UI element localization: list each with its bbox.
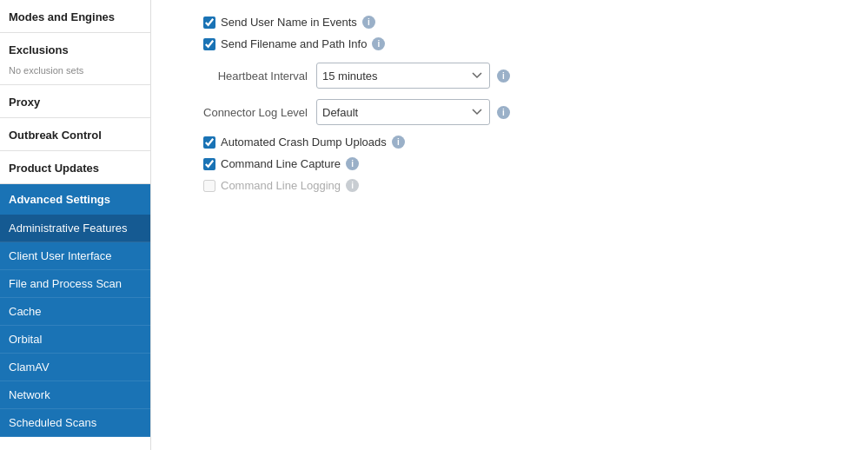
command-line-capture-info-icon[interactable]: i <box>346 157 359 170</box>
send-username-info-icon[interactable]: i <box>362 16 375 29</box>
sidebar-item-file-process-scan[interactable]: File and Process Scan <box>0 270 150 298</box>
sidebar-item-exclusions[interactable]: Exclusions <box>0 33 150 65</box>
sidebar-exclusions-subtitle: No exclusion sets <box>0 65 150 84</box>
crash-dump-info-icon[interactable]: i <box>392 136 405 149</box>
send-filename-label[interactable]: Send Filename and Path Info <box>203 37 367 50</box>
sidebar-section-proxy: Proxy <box>0 85 150 118</box>
crash-dump-text: Automated Crash Dump Uploads <box>221 136 387 149</box>
sidebar-item-outbreak-control[interactable]: Outbreak Control <box>0 118 150 150</box>
heartbeat-interval-select[interactable]: 5 minutes 15 minutes 30 minutes 1 hour 3… <box>316 63 490 89</box>
heartbeat-interval-row: Heartbeat Interval 5 minutes 15 minutes … <box>177 63 842 89</box>
sidebar: Modes and Engines Exclusions No exclusio… <box>0 0 151 450</box>
sidebar-section-product-updates: Product Updates <box>0 151 150 184</box>
command-logging-label[interactable]: Command Line Logging <box>203 179 341 192</box>
command-line-capture-checkbox[interactable] <box>203 158 215 170</box>
command-line-capture-label[interactable]: Command Line Capture <box>203 157 341 170</box>
sidebar-item-product-updates[interactable]: Product Updates <box>0 151 150 183</box>
sidebar-item-proxy[interactable]: Proxy <box>0 85 150 117</box>
command-logging-row: Command Line Logging i <box>203 179 842 192</box>
send-username-label[interactable]: Send User Name in Events <box>203 16 357 29</box>
command-line-capture-text: Command Line Capture <box>221 157 341 170</box>
sidebar-item-scheduled-scans[interactable]: Scheduled Scans <box>0 409 150 437</box>
send-username-checkbox[interactable] <box>203 17 215 29</box>
send-filename-text: Send Filename and Path Info <box>221 37 367 50</box>
connector-log-level-label: Connector Log Level <box>177 106 316 119</box>
command-logging-checkbox[interactable] <box>203 180 215 192</box>
crash-dump-label[interactable]: Automated Crash Dump Uploads <box>203 136 387 149</box>
command-logging-info-icon[interactable]: i <box>346 179 359 192</box>
send-username-row: Send User Name in Events i <box>203 16 842 29</box>
sidebar-item-network[interactable]: Network <box>0 381 150 409</box>
heartbeat-interval-info-icon[interactable]: i <box>497 69 510 83</box>
send-username-text: Send User Name in Events <box>221 16 357 29</box>
send-filename-row: Send Filename and Path Info i <box>203 37 842 50</box>
send-filename-info-icon[interactable]: i <box>372 37 385 50</box>
connector-log-level-row: Connector Log Level Default Debug Trace … <box>177 99 842 125</box>
command-logging-text: Command Line Logging <box>221 179 341 192</box>
sidebar-item-client-user-interface[interactable]: Client User Interface <box>0 242 150 270</box>
connector-log-level-info-icon[interactable]: i <box>497 106 510 119</box>
crash-dump-checkbox[interactable] <box>203 136 215 149</box>
sidebar-item-clamav[interactable]: ClamAV <box>0 354 150 381</box>
heartbeat-interval-label: Heartbeat Interval <box>177 69 316 83</box>
send-filename-checkbox[interactable] <box>203 38 215 50</box>
sidebar-item-cache[interactable]: Cache <box>0 298 150 326</box>
sidebar-advanced-settings-header[interactable]: Advanced Settings <box>0 184 150 215</box>
sidebar-item-orbital[interactable]: Orbital <box>0 326 150 354</box>
main-content: Send User Name in Events i Send Filename… <box>151 0 868 450</box>
sidebar-section-outbreak: Outbreak Control <box>0 118 150 151</box>
sidebar-section-modes: Modes and Engines <box>0 0 150 33</box>
sidebar-section-exclusions: Exclusions No exclusion sets <box>0 33 150 85</box>
command-line-capture-row: Command Line Capture i <box>203 157 842 170</box>
sidebar-item-administrative-features[interactable]: Administrative Features <box>0 215 150 242</box>
crash-dump-row: Automated Crash Dump Uploads i <box>203 136 842 149</box>
connector-log-level-select[interactable]: Default Debug Trace Warning Error <box>316 99 490 125</box>
sidebar-item-modes-engines[interactable]: Modes and Engines <box>0 0 150 32</box>
